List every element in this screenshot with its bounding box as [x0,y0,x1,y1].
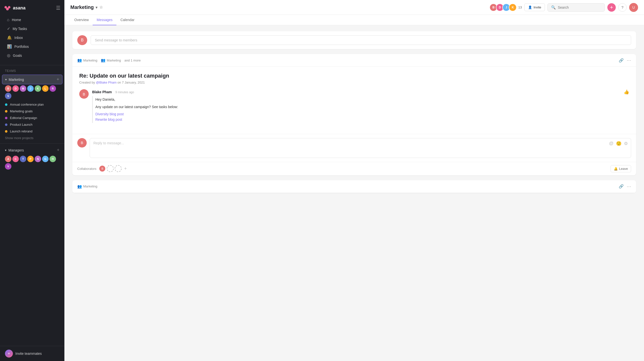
portfolios-icon: 📊 [7,44,12,49]
group-icon: 👥 [77,58,82,63]
avatar: S [5,93,12,99]
sidebar-item-inbox[interactable]: 🔔 Inbox [2,33,62,42]
avatar: L [42,85,48,92]
invite-icon: + [5,349,13,357]
teams-section-header: Teams [0,67,64,75]
search-input[interactable] [558,6,601,10]
avatar: N [35,156,41,162]
like-button[interactable]: 👍 [624,89,629,95]
sidebar: asana ☰ ⌂ Home ✓ My Tasks 🔔 Inbox 📊 Port… [0,0,64,361]
add-team-project-button[interactable]: + [56,77,59,82]
avatar: J [27,85,34,92]
compose-card: B Send message to members [72,31,636,49]
reply-area: B Reply to message... @ 🙂 ⚙ [72,134,636,162]
asana-logo[interactable]: asana [4,5,26,12]
emoji-icon[interactable]: 🙂 [616,141,622,146]
group-icon: 👥 [77,184,82,189]
link-icon[interactable]: 🔗 [619,184,624,189]
add-button[interactable]: + [607,3,616,12]
tabs-bar: Overview Messages Calendar [64,15,644,25]
topbar: Marketing ▾ ☆ B D J K 13 👤 Invite 🔍 + [64,0,644,15]
recipients: 👥 Marketing 👥 Marketing and 1 more [77,58,141,63]
bell-icon: 🔔 [614,167,618,171]
avatar: M [20,85,26,92]
page-title: Marketing ▾ ☆ [70,5,486,10]
sidebar-item-portfolios[interactable]: 📊 Portfolios [2,42,62,51]
leave-button[interactable]: 🔔 Leave [610,165,631,172]
user-avatar[interactable]: U [629,3,638,12]
tab-overview[interactable]: Overview [70,15,93,25]
project-item-editorial-campaign[interactable]: Editorial Campaign [0,115,64,121]
avatar: K [35,85,41,92]
member-avatars: B D J K 13 [490,4,522,12]
rewrite-blog-post-link[interactable]: Rewrite blog post [95,117,629,122]
project-dot [5,110,8,113]
message-card-header: 👥 Marketing 👥 Marketing and 1 more 🔗 ⋯ [72,54,636,67]
svg-point-2 [8,6,10,9]
avatar: B [5,85,12,92]
project-dot [5,124,8,126]
composer-avatar: B [77,35,87,45]
collaborators-left: Collaborators B + [77,165,127,172]
recipient-2: 👥 Marketing [101,58,121,63]
sidebar-item-home[interactable]: ⌂ Home [2,16,62,24]
add-team-project-button[interactable]: + [57,148,60,153]
avatar: R [50,85,56,92]
chevron-down-icon: ▾ [5,149,6,152]
sidebar-nav: ⌂ Home ✓ My Tasks 🔔 Inbox 📊 Portfolios ◎… [0,14,64,63]
reply-input[interactable]: Reply to message... @ 🙂 ⚙ [90,138,631,158]
header-actions: 🔗 ⋯ [619,58,631,63]
team-item-managers[interactable]: ▾ Managers + [0,146,64,155]
help-button[interactable]: ? [618,3,627,12]
avatar: P [27,156,34,162]
star-icon[interactable]: ☆ [99,5,103,10]
project-item-launch-rebrand[interactable]: Launch rebrand [0,128,64,135]
managers-team-avatars: A C T P N G H V [0,155,64,172]
team-item-marketing[interactable]: ▾ Marketing + [2,75,62,84]
tab-messages[interactable]: Messages [93,15,116,25]
avatar: K [509,4,517,12]
project-item-product-launch[interactable]: Product Launch [0,121,64,128]
message-thread-card: 👥 Marketing 👥 Marketing and 1 more 🔗 ⋯ R… [72,54,636,175]
reply-avatar: B [77,138,87,148]
invite-button[interactable]: 👤 Invite [524,4,545,11]
more-options-icon[interactable]: ⋯ [627,58,631,63]
sidebar-header: asana ☰ [0,0,64,14]
content-area: B Send message to members 👥 Marketing 👥 … [64,25,644,361]
message-title: Re: Update on our latest campaign [79,73,629,79]
avatar: A [5,156,12,162]
collaborator-avatar: B [99,165,106,172]
reply-composer: B Reply to message... @ 🙂 ⚙ [77,138,631,158]
topbar-right: B D J K 13 👤 Invite 🔍 + ? U [490,3,638,12]
add-collaborator-button[interactable]: + [124,166,127,171]
project-dot [5,103,8,106]
main-area: Marketing ▾ ☆ B D J K 13 👤 Invite 🔍 + [64,0,644,361]
avatar: T [20,156,26,162]
project-item-annual-conference[interactable]: Annual conference plan [0,101,64,108]
search-box[interactable]: 🔍 [548,3,605,12]
message-header: Blake Pham 9 minutes ago 👍 [92,89,629,95]
link-icon[interactable]: 🔗 [619,58,624,63]
at-icon[interactable]: @ [609,141,614,146]
invite-teammates-button[interactable]: + Invite teammates [0,346,64,361]
avatar: C [12,156,19,162]
sidebar-toggle[interactable]: ☰ [56,5,60,11]
message-text: Hey Daniela, Any update on our latest ca… [92,96,629,123]
message-author-avatar: B [79,89,89,99]
project-item-marketing-goals[interactable]: Marketing goals [0,108,64,115]
sidebar-item-goals[interactable]: ◎ Goals [2,51,62,60]
tab-calendar[interactable]: Calendar [116,15,138,25]
add-collaborator-placeholder [115,165,122,172]
message-body: Re: Update on our latest campaign Create… [72,67,636,134]
diversity-blog-post-link[interactable]: Diversity blog post [95,111,629,117]
chevron-down-icon: ▾ [5,78,7,81]
bell-icon: 🔔 [7,35,12,40]
recipient-1: 👥 Marketing [77,58,97,63]
add-collaborator-placeholder [107,165,114,172]
chevron-down-icon[interactable]: ▾ [96,6,97,10]
task-icon[interactable]: ⚙ [624,141,628,146]
show-more-projects-button[interactable]: Show more projects [0,135,64,141]
more-options-icon[interactable]: ⋯ [627,184,631,189]
sidebar-item-my-tasks[interactable]: ✓ My Tasks [2,24,62,33]
compose-input[interactable]: Send message to members [91,36,631,45]
